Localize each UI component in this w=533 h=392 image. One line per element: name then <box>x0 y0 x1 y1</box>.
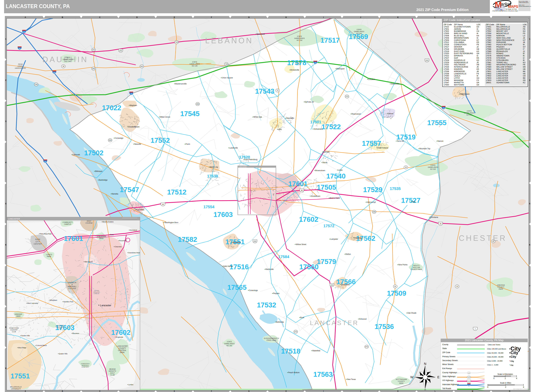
svg-text:Cities 50,000 - 99,999: Cities 50,000 - 99,999 <box>487 352 503 354</box>
svg-text:283: 283 <box>109 139 112 141</box>
svg-text:222: 222 <box>330 284 333 286</box>
svg-text:283: 283 <box>92 68 95 70</box>
svg-text:Newville: Newville <box>134 143 141 145</box>
svg-text:COUNTY PARK: COUNTY PARK <box>410 269 422 270</box>
svg-text:A: A <box>25 16 26 19</box>
svg-text:Beverly Estates: Beverly Estates <box>103 221 113 223</box>
svg-text:MAGAZINE: MAGAZINE <box>93 291 100 293</box>
svg-text:17022: 17022 <box>102 104 121 112</box>
svg-text:CAMPUS: CAMPUS <box>64 223 71 225</box>
svg-text:Eden: Eden <box>110 234 114 235</box>
svg-text:E: E <box>437 375 440 379</box>
svg-text:LANCASTER: LANCASTER <box>239 166 247 168</box>
svg-text:&: & <box>71 284 73 285</box>
svg-text:M: M <box>472 390 473 392</box>
svg-text:B: B <box>62 16 63 19</box>
svg-text:Brownstown: Brownstown <box>315 169 325 172</box>
svg-text:NO 046: NO 046 <box>356 33 362 34</box>
svg-text:230: 230 <box>35 84 38 85</box>
svg-text:CEMETERY: CEMETERY <box>81 366 89 368</box>
svg-text:Buck: Buck <box>300 317 304 319</box>
svg-text:Blainsport: Blainsport <box>336 68 344 70</box>
svg-text:COUNTY: COUNTY <box>398 380 405 382</box>
svg-text:Wakefield: Wakefield <box>312 350 320 352</box>
svg-text:0: 0 <box>494 377 495 379</box>
svg-text:7: 7 <box>529 285 530 287</box>
svg-text:F: F <box>211 16 212 19</box>
svg-text:Columbia: Columbia <box>137 209 144 211</box>
svg-text:City: City <box>510 360 514 362</box>
svg-text:17547: 17547 <box>120 186 139 194</box>
svg-text:17538: 17538 <box>207 174 218 178</box>
svg-text:GAMELANDS: GAMELANDS <box>464 112 474 114</box>
svg-text:23: 23 <box>405 166 407 168</box>
svg-text:PARK: PARK <box>99 238 104 239</box>
svg-text:Glen Moore: Glen Moore <box>85 261 93 263</box>
svg-text:1: 1 <box>475 328 476 330</box>
svg-text:Penn Rose Park: Penn Rose Park <box>40 233 52 235</box>
svg-text:NOTTINGHAM: NOTTINGHAM <box>396 378 407 380</box>
svg-text:17601: 17601 <box>64 235 83 243</box>
svg-text:Willow Street: Willow Street <box>296 243 307 245</box>
svg-text:6: 6 <box>529 244 530 246</box>
svg-text:17603: 17603 <box>213 211 233 219</box>
svg-text:41: 41 <box>394 285 396 287</box>
svg-text:Brickerville: Brickerville <box>290 69 299 71</box>
svg-text:17509: 17509 <box>387 289 406 297</box>
svg-text:17565: 17565 <box>227 284 247 291</box>
svg-text:4: 4 <box>516 377 517 379</box>
svg-text:Rossmere: Rossmere <box>119 240 126 242</box>
svg-text:Elizabethtown: Elizabethtown <box>128 126 140 128</box>
svg-text:K: K <box>397 390 399 392</box>
svg-text:1: 1 <box>529 38 530 40</box>
svg-text:340: 340 <box>373 211 376 213</box>
svg-text:17501: 17501 <box>310 120 321 124</box>
svg-text:39: 39 <box>62 65 64 67</box>
svg-text:STATE: STATE <box>467 110 472 112</box>
svg-text:N: N <box>509 390 510 392</box>
svg-text:I: I <box>323 390 324 392</box>
svg-text:STATE-: STATE- <box>18 65 23 67</box>
svg-text:G: G <box>248 390 250 392</box>
svg-text:2: 2 <box>505 377 506 379</box>
svg-text:CHESTER: CHESTER <box>459 234 507 243</box>
svg-text:PENN: PENN <box>18 63 23 65</box>
svg-text:COLLEGE: COLLEGE <box>68 288 76 289</box>
svg-text:H: H <box>285 16 287 19</box>
svg-text:K: K <box>397 16 399 19</box>
svg-text:17552: 17552 <box>151 136 170 144</box>
svg-text:West Ridge: West Ridge <box>18 347 26 349</box>
svg-text:4: 4 <box>529 161 530 163</box>
svg-text:STAUFFER: STAUFFER <box>97 235 106 237</box>
svg-text:Hamilton Park: Hamilton Park <box>63 301 73 303</box>
svg-text:Millersville: Millersville <box>232 241 241 243</box>
svg-text:A: A <box>25 390 26 392</box>
svg-text:17551: 17551 <box>10 372 30 380</box>
svg-text:HARRISBURG: HARRISBURG <box>15 67 26 69</box>
svg-text:0: 0 <box>487 386 488 388</box>
svg-text:123: 123 <box>468 377 470 378</box>
svg-text:STATE PARK: STATE PARK <box>266 339 277 341</box>
svg-text:72: 72 <box>277 89 278 91</box>
svg-text:Colonial Manor: Colonial Manor <box>36 345 47 346</box>
svg-text:Milton Grove: Milton Grove <box>160 116 170 118</box>
svg-text:MEMORIAL: MEMORIAL <box>82 364 89 366</box>
svg-text:PARK: PARK <box>35 238 41 240</box>
svg-text:Cities and Towns: Cities and Towns <box>488 344 500 345</box>
svg-text:341: 341 <box>141 65 143 67</box>
svg-text:Grandview Heights: Grandview Heights <box>128 252 142 254</box>
svg-text:10: 10 <box>456 285 458 287</box>
svg-text:LANCASTER: LANCASTER <box>117 345 128 347</box>
svg-text:CENTER: CENTER <box>34 243 42 245</box>
svg-text:Strasburg: Strasburg <box>354 237 362 239</box>
svg-text:Pequea: Pequea <box>273 292 279 294</box>
svg-text:30: 30 <box>301 190 303 191</box>
svg-text:Bethesda: Bethesda <box>276 321 284 323</box>
svg-text:Union Square: Union Square <box>222 77 233 79</box>
svg-text:GOLF: GOLF <box>110 372 115 374</box>
svg-text:Leola: Leola <box>338 169 342 171</box>
svg-text:I: I <box>323 16 324 19</box>
svg-text:Woodlawn: Woodlawn <box>50 299 57 301</box>
svg-text:H: H <box>285 390 287 392</box>
svg-text:17554: 17554 <box>203 205 215 209</box>
